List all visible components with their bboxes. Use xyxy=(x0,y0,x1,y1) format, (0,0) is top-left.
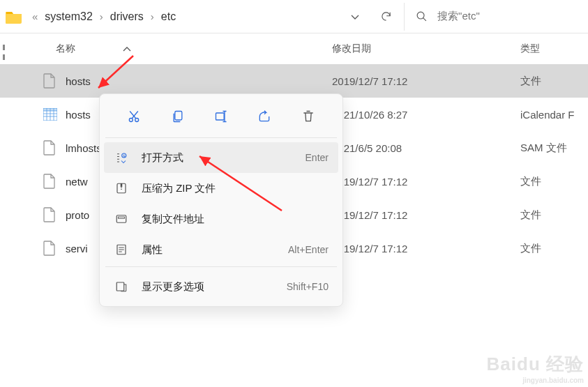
more-icon xyxy=(114,280,129,293)
menu-item-label: 属性 xyxy=(142,243,288,257)
menu-item-label: 显示更多选项 xyxy=(142,280,287,294)
menu-item-label: 打开方式 xyxy=(142,151,306,165)
sort-asc-icon xyxy=(123,46,131,52)
open-with-icon xyxy=(114,151,129,164)
menu-item-shortcut: Shift+F10 xyxy=(287,281,329,292)
rename-button[interactable] xyxy=(206,104,236,129)
column-headers: 名称 修改日期 类型 xyxy=(0,33,588,64)
file-date: 2019/12/7 17:12 xyxy=(332,209,520,221)
zip-icon xyxy=(114,182,129,195)
refresh-button[interactable] xyxy=(370,4,401,29)
menu-item-zip[interactable]: 压缩为 ZIP 文件 xyxy=(104,173,338,204)
file-date: 2019/12/7 17:12 xyxy=(332,75,520,87)
properties-icon xyxy=(114,243,129,256)
file-type: 文件 xyxy=(520,175,541,188)
svg-rect-7 xyxy=(174,112,181,121)
svg-rect-14 xyxy=(116,282,124,291)
svg-point-0 xyxy=(417,12,424,19)
menu-item-copy-path[interactable]: 复制文件地址 xyxy=(104,204,338,234)
menu-item-properties[interactable]: 属性Alt+Enter xyxy=(104,234,338,265)
share-icon xyxy=(257,109,271,123)
column-name-label: 名称 xyxy=(56,43,75,55)
file-type: 文件 xyxy=(520,75,541,88)
search-box[interactable]: 搜索"etc" xyxy=(407,10,585,23)
menu-item-shortcut: Alt+Enter xyxy=(288,244,329,255)
file-name: hosts xyxy=(66,75,332,87)
crumb-3[interactable]: etc xyxy=(158,10,179,23)
context-menu-actions xyxy=(104,98,338,136)
folder-icon xyxy=(6,10,22,24)
file-date: 2019/12/7 17:12 xyxy=(332,176,520,188)
file-type: iCalendar F xyxy=(520,109,575,121)
breadcrumb: system32 › drivers › etc xyxy=(42,10,179,23)
file-type: 文件 xyxy=(520,208,541,222)
back-chevron-icon[interactable]: « xyxy=(32,10,38,22)
svg-rect-8 xyxy=(216,113,224,120)
refresh-icon xyxy=(380,10,392,22)
copy-icon xyxy=(171,109,185,123)
menu-separator xyxy=(105,137,337,138)
rename-icon xyxy=(214,109,228,123)
copy-path-icon xyxy=(114,213,129,225)
delete-icon xyxy=(301,109,315,123)
watermark: Baidu 经验jingyan.baidu.com xyxy=(487,352,584,384)
cut-icon xyxy=(127,109,141,123)
menu-item-more[interactable]: 显示更多选项Shift+F10 xyxy=(104,271,338,302)
crumb-2[interactable]: drivers xyxy=(107,10,146,23)
watermark-sub: jingyan.baidu.com xyxy=(522,377,584,384)
menu-item-open-with[interactable]: 打开方式Enter xyxy=(104,142,338,173)
search-icon xyxy=(416,10,428,22)
file-date: 2021/6/5 20:08 xyxy=(332,142,520,154)
column-type[interactable]: 类型 xyxy=(520,43,540,55)
file-date: 2021/10/26 8:27 xyxy=(332,109,520,121)
toolbar-divider xyxy=(404,3,405,31)
path-dropdown-button[interactable] xyxy=(340,4,370,29)
share-button[interactable] xyxy=(250,104,279,129)
svg-rect-11 xyxy=(116,215,126,223)
column-name[interactable]: 名称 xyxy=(0,43,332,55)
file-date: 2019/12/7 17:12 xyxy=(332,243,520,255)
menu-item-label: 复制文件地址 xyxy=(142,213,329,226)
copy-button[interactable] xyxy=(163,104,193,129)
context-menu: 打开方式Enter压缩为 ZIP 文件复制文件地址属性Alt+Enter显示更多… xyxy=(99,93,343,307)
svg-rect-12 xyxy=(119,217,125,218)
crumb-1[interactable]: system32 xyxy=(42,10,95,23)
delete-button[interactable] xyxy=(294,104,323,129)
menu-separator xyxy=(105,266,337,267)
svg-rect-4 xyxy=(43,108,57,111)
file-type: 文件 xyxy=(520,242,541,255)
cut-button[interactable] xyxy=(119,104,149,129)
svg-point-5 xyxy=(130,119,133,122)
chevron-down-icon xyxy=(349,11,361,22)
file-type: SAM 文件 xyxy=(520,142,567,155)
menu-item-shortcut: Enter xyxy=(306,152,329,163)
watermark-main: Baidu 经验 xyxy=(487,352,584,377)
svg-point-6 xyxy=(135,119,139,122)
menu-item-label: 压缩为 ZIP 文件 xyxy=(142,182,329,195)
search-placeholder: 搜索"etc" xyxy=(437,10,480,23)
column-date[interactable]: 修改日期 xyxy=(332,43,520,55)
chevron-right-icon: › xyxy=(100,10,103,22)
toolbar: « system32 › drivers › etc 搜索"etc" xyxy=(0,0,588,33)
table-row[interactable]: hosts2019/12/7 17:12文件 xyxy=(0,64,588,98)
chevron-right-icon: › xyxy=(151,10,154,22)
